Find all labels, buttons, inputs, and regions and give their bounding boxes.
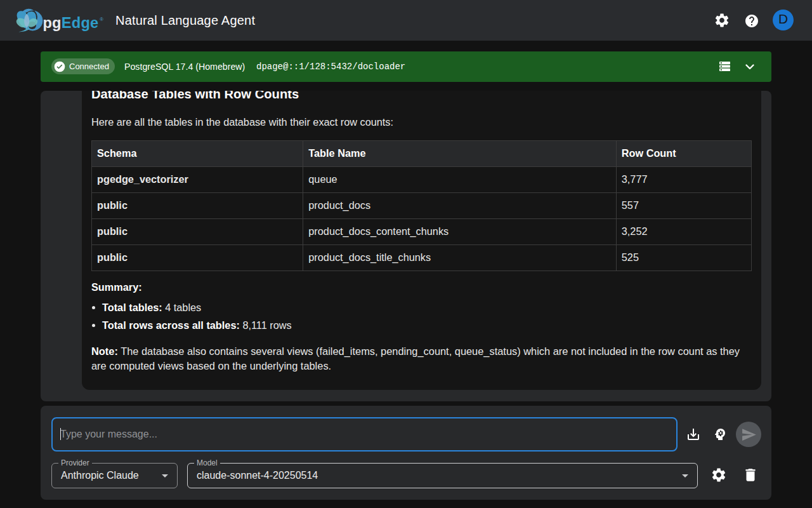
svg-text:®: ® bbox=[100, 17, 103, 22]
svg-text:pgEdge: pgEdge bbox=[43, 15, 98, 31]
